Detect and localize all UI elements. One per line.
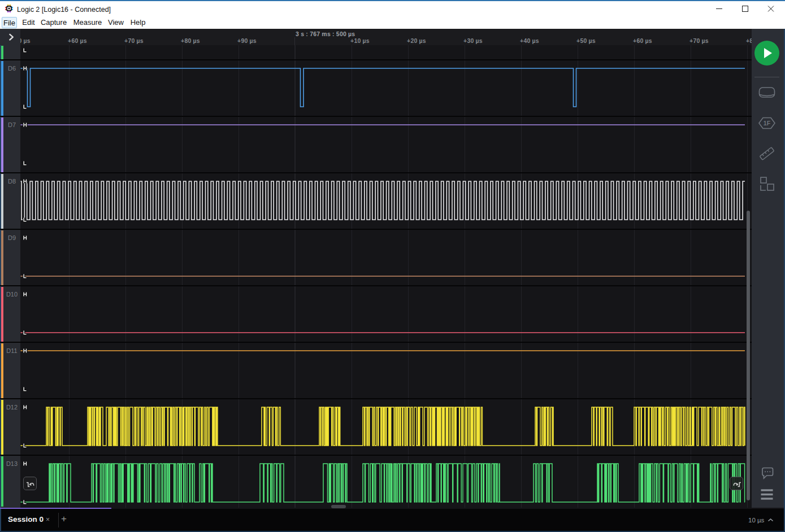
svg-text:1F: 1F <box>764 120 771 127</box>
